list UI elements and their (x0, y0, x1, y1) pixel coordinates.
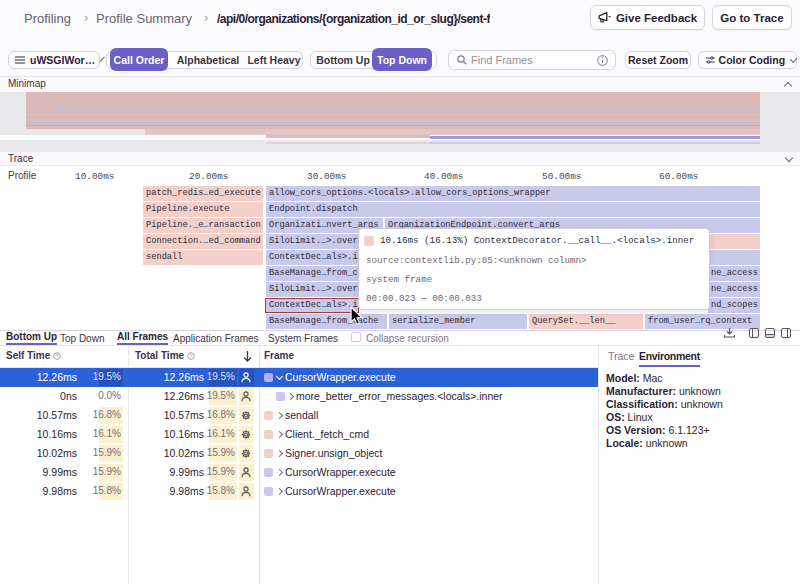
svg-text:?: ? (55, 353, 58, 359)
svg-text:?: ? (189, 353, 192, 359)
